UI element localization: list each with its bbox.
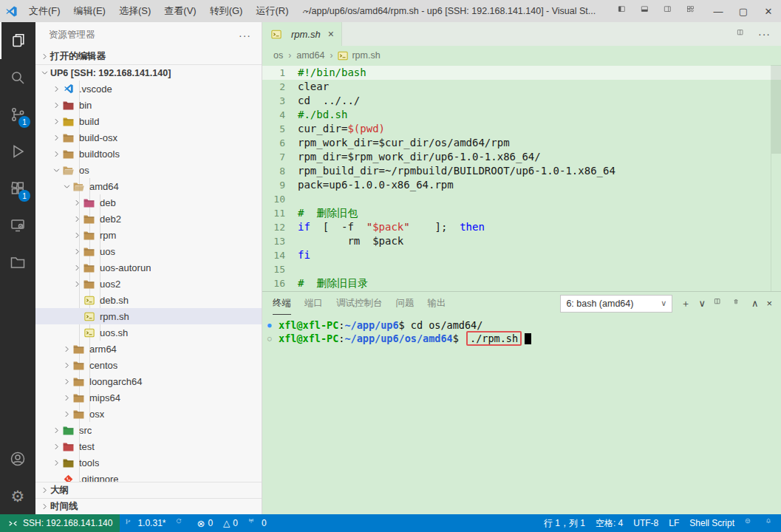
terminal-picker-label: 6: bash (amd64) <box>566 299 633 309</box>
tree-item-loongarch64[interactable]: loongarch64 <box>35 373 262 389</box>
tree-item-rpm[interactable]: rpm <box>35 227 262 243</box>
status-errors[interactable]: ⊗0 <box>191 514 218 532</box>
maximize-button[interactable]: ▢ <box>731 0 756 22</box>
status-feedback[interactable] <box>740 514 760 532</box>
open-editors-section[interactable]: 打开的编辑器 <box>35 48 262 64</box>
status-notifications[interactable] <box>760 514 781 532</box>
tree-item-deb-sh[interactable]: deb.sh <box>35 292 262 308</box>
status-sync[interactable] <box>171 514 191 532</box>
line-number: 10 <box>262 192 298 206</box>
new-terminal-icon[interactable]: ＋ <box>681 297 690 310</box>
sidebar-more-actions-icon[interactable]: ··· <box>239 30 251 41</box>
tree-item-amd64[interactable]: amd64 <box>35 178 262 194</box>
status-warnings[interactable]: △0 <box>218 514 243 532</box>
code-line-1: 1#!/bin/bash <box>262 66 781 80</box>
menu-item-6[interactable]: ··· <box>295 0 318 22</box>
menu-item-5[interactable]: 运行(R) <box>249 0 295 22</box>
close-tab-icon[interactable]: × <box>328 28 334 40</box>
breadcrumb-item-rpm-sh[interactable]: rpm.sh <box>338 50 380 61</box>
split-terminal-icon[interactable] <box>714 298 725 309</box>
customize-layout-icon[interactable] <box>686 5 698 17</box>
branch-icon <box>125 518 134 528</box>
close-panel-icon[interactable]: × <box>766 298 772 309</box>
tree-item-label: rpm <box>100 230 116 241</box>
more-actions-icon[interactable]: ··· <box>758 29 771 39</box>
maximize-panel-icon[interactable]: ∧ <box>751 298 759 309</box>
activity-search[interactable] <box>0 59 35 96</box>
menu-item-3[interactable]: 查看(V) <box>157 0 202 22</box>
tree-item-uos[interactable]: uos <box>35 243 262 259</box>
tab-rpm-sh[interactable]: rpm.sh × <box>262 22 342 46</box>
tree-item-deb[interactable]: deb <box>35 194 262 211</box>
activity-remote-explorer[interactable] <box>0 207 35 244</box>
panel-tab-调试控制台[interactable]: 调试控制台 <box>336 292 383 315</box>
folder-bin-file-icon <box>62 99 75 111</box>
terminal-picker[interactable]: 6: bash (amd64) ∨ <box>560 295 672 313</box>
tree-item-rpm-sh[interactable]: rpm.sh <box>35 308 262 324</box>
tree-item-osx[interactable]: osx <box>35 406 262 422</box>
activity-accounts[interactable] <box>0 440 35 477</box>
tree-item-test[interactable]: test <box>35 438 262 454</box>
breadcrumb-item-amd64[interactable]: amd64 <box>296 50 324 61</box>
menu-item-2[interactable]: 选择(S) <box>112 0 157 22</box>
layout-sidebar-icon[interactable] <box>618 5 630 17</box>
activity-explorer[interactable] <box>0 22 35 59</box>
tree-item-label: uos.sh <box>100 327 128 338</box>
panel-tab-终端[interactable]: 终端 <box>273 292 291 315</box>
menu-item-1[interactable]: 编辑(E) <box>67 0 112 22</box>
status-remote[interactable]: SSH: 192.168.141.140 <box>0 514 120 532</box>
tree-item-uos-sh[interactable]: uos.sh <box>35 324 262 341</box>
tree-item-buildtools[interactable]: buildtools <box>35 146 262 162</box>
layout-panel-icon[interactable] <box>641 5 652 17</box>
kill-terminal-icon[interactable] <box>733 299 743 309</box>
status-eol[interactable]: LF <box>664 514 684 532</box>
command-success-icon: ● <box>267 321 279 329</box>
timeline-section[interactable]: 时间线 <box>35 498 262 514</box>
terminal-dropdown-icon[interactable]: ∨ <box>698 298 706 309</box>
activity-bar-bottom: ⚙ <box>0 440 35 514</box>
tree-item-uos-autorun[interactable]: uos-autorun <box>35 259 262 276</box>
file-tree[interactable]: .vscodebinbuildbuild-osxbuildtoolsosamd6… <box>35 81 262 482</box>
status-cursor-position[interactable]: 行 1，列 1 <box>539 514 590 532</box>
activity-extensions[interactable]: 1 <box>0 170 35 207</box>
workspace-root-section[interactable]: UP6 [SSH: 192.168.141.140] <box>35 64 262 81</box>
terminal[interactable]: ●xfl@xfl-PC:~/app/up6$ cd os/amd64/○xfl@… <box>262 315 781 514</box>
breadcrumb-item-os[interactable]: os <box>273 50 283 61</box>
tree-item-build[interactable]: build <box>35 113 262 129</box>
activity-source-control[interactable]: 1 <box>0 96 35 133</box>
status-git-branch[interactable]: 1.0.31* <box>120 514 171 532</box>
code-line-content: if [ -f "$pack" ]; then <box>298 220 485 234</box>
sync-icon <box>176 518 186 528</box>
tree-item-os[interactable]: os <box>35 162 262 178</box>
status-language-mode[interactable]: Shell Script <box>684 514 740 532</box>
layout-secondary-sidebar-icon[interactable] <box>664 5 675 17</box>
tree-item-bin[interactable]: bin <box>35 97 262 113</box>
panel-tab-端口[interactable]: 端口 <box>304 292 323 315</box>
tree-item-centos[interactable]: centos <box>35 357 262 373</box>
editor-scrollbar-thumb[interactable] <box>771 65 781 154</box>
tree-item-uos2[interactable]: uos2 <box>35 276 262 292</box>
activity-run-debug[interactable] <box>0 133 35 170</box>
status-encoding[interactable]: UTF-8 <box>628 514 664 532</box>
tree-item-arm64[interactable]: arm64 <box>35 341 262 357</box>
tree-item-deb2[interactable]: deb2 <box>35 211 262 227</box>
minimize-button[interactable]: — <box>706 0 731 22</box>
tree-item--gitignore[interactable]: .gitignore <box>35 471 262 482</box>
tree-item-src[interactable]: src <box>35 422 262 438</box>
tree-item-tools[interactable]: tools <box>35 454 262 471</box>
close-button[interactable]: ✕ <box>756 0 781 22</box>
panel-tab-问题[interactable]: 问题 <box>396 292 415 315</box>
outline-section[interactable]: 大纲 <box>35 482 262 498</box>
tree-item-build-osx[interactable]: build-osx <box>35 129 262 146</box>
code-editor[interactable]: 1#!/bin/bash2clear3cd ../../4#./bd.sh5cu… <box>262 65 781 291</box>
activity-folders[interactable] <box>0 244 35 281</box>
menu-item-0[interactable]: 文件(F) <box>22 0 67 22</box>
split-editor-icon[interactable] <box>737 29 748 40</box>
tree-item--vscode[interactable]: .vscode <box>35 81 262 97</box>
status-indentation[interactable]: 空格: 4 <box>590 514 628 532</box>
status-ports[interactable]: 0 <box>243 514 272 532</box>
panel-tab-输出[interactable]: 输出 <box>428 292 446 315</box>
activity-settings[interactable]: ⚙ <box>0 477 35 514</box>
menu-item-4[interactable]: 转到(G) <box>203 0 250 22</box>
tree-item-mips64[interactable]: mips64 <box>35 389 262 406</box>
